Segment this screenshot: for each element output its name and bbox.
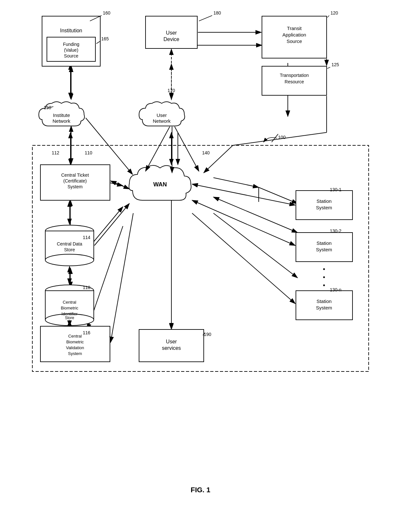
svg-text:114: 114 [83, 235, 91, 240]
svg-rect-50 [40, 165, 110, 200]
svg-rect-67 [45, 231, 94, 260]
svg-text:Central: Central [63, 300, 76, 305]
svg-rect-28 [42, 16, 100, 66]
svg-line-20 [259, 187, 298, 203]
svg-text:User: User [166, 30, 177, 36]
svg-line-98 [86, 118, 133, 174]
svg-line-116 [327, 16, 329, 17]
svg-text:Validation: Validation [66, 345, 84, 350]
figure-caption: FIG. 1 [190, 486, 210, 494]
svg-line-127 [47, 107, 53, 108]
svg-text:Resource: Resource [285, 79, 304, 84]
svg-line-110 [90, 16, 102, 21]
svg-line-97 [146, 127, 170, 171]
svg-point-73 [45, 314, 94, 326]
svg-line-18 [213, 178, 259, 187]
svg-text:System: System [68, 351, 82, 356]
svg-line-114 [199, 16, 212, 21]
svg-rect-57 [296, 233, 352, 262]
svg-text:190: 190 [204, 332, 211, 337]
svg-text:System: System [316, 205, 332, 210]
svg-text:User: User [157, 112, 167, 118]
svg-text:(Certificate): (Certificate) [63, 178, 87, 183]
svg-text:160: 160 [103, 10, 111, 16]
svg-line-134 [203, 333, 205, 335]
svg-point-71 [45, 285, 94, 297]
svg-line-96 [175, 127, 199, 171]
svg-line-100 [94, 203, 129, 245]
svg-line-17 [87, 226, 123, 329]
svg-text:Biometric: Biometric [61, 306, 79, 310]
svg-text:Funding: Funding [63, 42, 80, 47]
svg-text:150: 150 [44, 105, 51, 110]
svg-text:(Value): (Value) [64, 47, 78, 53]
svg-text:Store: Store [65, 316, 74, 320]
svg-text:120: 120 [331, 10, 338, 16]
svg-text:112: 112 [52, 150, 60, 155]
svg-text:125: 125 [331, 62, 339, 67]
svg-text:165: 165 [101, 36, 109, 41]
svg-text:Central Ticket: Central Ticket [61, 172, 89, 178]
svg-text:•: • [323, 274, 325, 281]
svg-text:services: services [162, 345, 181, 351]
svg-rect-34 [146, 16, 197, 48]
svg-rect-41 [262, 66, 327, 95]
svg-text:System: System [316, 247, 332, 252]
svg-text:System: System [316, 305, 332, 310]
svg-text:User: User [166, 339, 177, 344]
svg-text:170: 170 [168, 88, 175, 93]
svg-line-107 [192, 213, 295, 304]
svg-text:Station: Station [317, 198, 332, 204]
svg-point-68 [45, 254, 94, 266]
svg-text:180: 180 [213, 10, 221, 16]
svg-line-22 [213, 213, 298, 278]
svg-text:Network: Network [153, 118, 171, 124]
svg-rect-54 [296, 191, 352, 220]
svg-rect-63 [296, 291, 352, 320]
svg-text:Device: Device [164, 37, 179, 42]
svg-text:130-n: 130-n [330, 287, 341, 292]
svg-line-92 [233, 132, 327, 145]
svg-text:140: 140 [202, 150, 210, 155]
svg-text:Application: Application [282, 32, 306, 37]
svg-line-112 [96, 41, 100, 44]
svg-line-118 [327, 67, 330, 68]
svg-text:Central: Central [68, 334, 82, 339]
svg-rect-72 [45, 291, 94, 320]
svg-line-93 [204, 145, 233, 173]
svg-text:Biometric: Biometric [66, 339, 84, 344]
svg-text:Station: Station [317, 240, 332, 246]
svg-rect-49 [32, 145, 369, 371]
svg-text:Source: Source [287, 38, 302, 44]
svg-text:Identifier: Identifier [61, 311, 78, 316]
svg-text:Institution: Institution [60, 28, 82, 33]
svg-text:Institute: Institute [53, 112, 70, 118]
svg-rect-83 [139, 329, 204, 362]
svg-text:116: 116 [83, 330, 91, 335]
svg-text:130-1: 130-1 [330, 187, 341, 192]
svg-rect-78 [40, 326, 110, 362]
svg-line-106 [192, 200, 295, 245]
svg-text:Transportation: Transportation [280, 73, 309, 78]
svg-text:•: • [323, 282, 325, 289]
svg-text:Transit: Transit [287, 26, 302, 31]
svg-line-12 [87, 178, 123, 186]
svg-line-21 [213, 197, 298, 233]
svg-rect-37 [262, 16, 327, 58]
svg-rect-30 [47, 37, 95, 61]
svg-line-14 [91, 207, 123, 245]
svg-text:118: 118 [83, 285, 91, 290]
svg-line-25 [272, 134, 278, 142]
svg-text:Station: Station [317, 298, 332, 304]
svg-text:100: 100 [278, 135, 286, 140]
svg-text:•: • [323, 266, 325, 273]
svg-line-105 [192, 184, 295, 205]
svg-text:WAN: WAN [153, 181, 167, 188]
svg-text:Store: Store [64, 247, 75, 252]
svg-point-66 [45, 225, 94, 237]
svg-text:110: 110 [85, 150, 92, 155]
svg-text:System: System [68, 184, 83, 189]
svg-line-99 [111, 181, 129, 189]
svg-text:130-2: 130-2 [330, 228, 341, 234]
svg-text:Source: Source [64, 53, 79, 58]
